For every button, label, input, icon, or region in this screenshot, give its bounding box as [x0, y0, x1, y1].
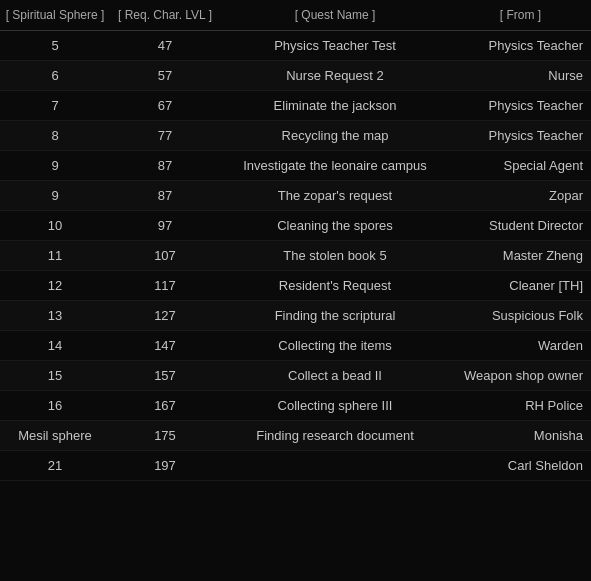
table-row: 767Eliminate the jacksonPhysics Teacher	[0, 91, 591, 121]
cell-quest-name: Eliminate the jackson	[220, 91, 450, 121]
table-row: 16167Collecting sphere IIIRH Police	[0, 391, 591, 421]
cell-quest-name: Investigate the leonaire campus	[220, 151, 450, 181]
table-row: 877Recycling the mapPhysics Teacher	[0, 121, 591, 151]
cell-req-level: 107	[110, 241, 220, 271]
cell-quest-name: The zopar's request	[220, 181, 450, 211]
table-row: 987Investigate the leonaire campusSpecia…	[0, 151, 591, 181]
table-row: 11107The stolen book 5Master Zheng	[0, 241, 591, 271]
cell-req-level: 87	[110, 181, 220, 211]
table-row: 657Nurse Request 2Nurse	[0, 61, 591, 91]
cell-spiritual-sphere: 8	[0, 121, 110, 151]
cell-req-level: 87	[110, 151, 220, 181]
cell-req-level: 147	[110, 331, 220, 361]
cell-from: Physics Teacher	[450, 31, 591, 61]
cell-from: Physics Teacher	[450, 91, 591, 121]
cell-from: Monisha	[450, 421, 591, 451]
cell-from: Suspicious Folk	[450, 301, 591, 331]
cell-quest-name: Nurse Request 2	[220, 61, 450, 91]
cell-spiritual-sphere: 16	[0, 391, 110, 421]
cell-spiritual-sphere: 5	[0, 31, 110, 61]
cell-spiritual-sphere: 21	[0, 451, 110, 481]
table-row: 14147Collecting the itemsWarden	[0, 331, 591, 361]
cell-quest-name: Recycling the map	[220, 121, 450, 151]
cell-req-level: 117	[110, 271, 220, 301]
cell-spiritual-sphere: 9	[0, 181, 110, 211]
cell-from: Cleaner [TH]	[450, 271, 591, 301]
cell-from: Carl Sheldon	[450, 451, 591, 481]
cell-from: Physics Teacher	[450, 121, 591, 151]
cell-quest-name: Finding the scriptural	[220, 301, 450, 331]
cell-spiritual-sphere: 7	[0, 91, 110, 121]
cell-req-level: 157	[110, 361, 220, 391]
cell-req-level: 77	[110, 121, 220, 151]
cell-req-level: 57	[110, 61, 220, 91]
cell-spiritual-sphere: 12	[0, 271, 110, 301]
cell-req-level: 47	[110, 31, 220, 61]
cell-spiritual-sphere: 10	[0, 211, 110, 241]
cell-spiritual-sphere: 11	[0, 241, 110, 271]
table-row: 15157Collect a bead IIWeapon shop owner	[0, 361, 591, 391]
cell-req-level: 175	[110, 421, 220, 451]
table-row: 12117Resident's RequestCleaner [TH]	[0, 271, 591, 301]
cell-quest-name: Collecting sphere III	[220, 391, 450, 421]
cell-req-level: 197	[110, 451, 220, 481]
table-row: Mesil sphere175Finding research document…	[0, 421, 591, 451]
cell-req-level: 127	[110, 301, 220, 331]
table-row: 987The zopar's requestZopar	[0, 181, 591, 211]
cell-spiritual-sphere: Mesil sphere	[0, 421, 110, 451]
quest-table: [ Spiritual Sphere ] [ Req. Char. LVL ] …	[0, 0, 591, 481]
cell-from: Weapon shop owner	[450, 361, 591, 391]
cell-spiritual-sphere: 9	[0, 151, 110, 181]
quest-table-body: 547Physics Teacher TestPhysics Teacher65…	[0, 31, 591, 481]
cell-req-level: 167	[110, 391, 220, 421]
cell-quest-name	[220, 451, 450, 481]
header-quest-name: [ Quest Name ]	[220, 0, 450, 31]
header-spiritual-sphere: [ Spiritual Sphere ]	[0, 0, 110, 31]
cell-quest-name: Finding research document	[220, 421, 450, 451]
cell-spiritual-sphere: 13	[0, 301, 110, 331]
table-row: 1097Cleaning the sporesStudent Director	[0, 211, 591, 241]
cell-req-level: 97	[110, 211, 220, 241]
cell-from: Special Agent	[450, 151, 591, 181]
table-row: 21197Carl Sheldon	[0, 451, 591, 481]
cell-quest-name: Cleaning the spores	[220, 211, 450, 241]
header-from: [ From ]	[450, 0, 591, 31]
table-row: 13127Finding the scripturalSuspicious Fo…	[0, 301, 591, 331]
cell-quest-name: Collect a bead II	[220, 361, 450, 391]
cell-from: RH Police	[450, 391, 591, 421]
cell-quest-name: The stolen book 5	[220, 241, 450, 271]
cell-spiritual-sphere: 15	[0, 361, 110, 391]
cell-req-level: 67	[110, 91, 220, 121]
header-req-char-lvl: [ Req. Char. LVL ]	[110, 0, 220, 31]
cell-spiritual-sphere: 14	[0, 331, 110, 361]
cell-spiritual-sphere: 6	[0, 61, 110, 91]
cell-from: Nurse	[450, 61, 591, 91]
cell-from: Student Director	[450, 211, 591, 241]
cell-quest-name: Physics Teacher Test	[220, 31, 450, 61]
table-header-row: [ Spiritual Sphere ] [ Req. Char. LVL ] …	[0, 0, 591, 31]
cell-from: Zopar	[450, 181, 591, 211]
table-row: 547Physics Teacher TestPhysics Teacher	[0, 31, 591, 61]
cell-quest-name: Resident's Request	[220, 271, 450, 301]
cell-quest-name: Collecting the items	[220, 331, 450, 361]
cell-from: Master Zheng	[450, 241, 591, 271]
cell-from: Warden	[450, 331, 591, 361]
quest-table-container: [ Spiritual Sphere ] [ Req. Char. LVL ] …	[0, 0, 591, 481]
